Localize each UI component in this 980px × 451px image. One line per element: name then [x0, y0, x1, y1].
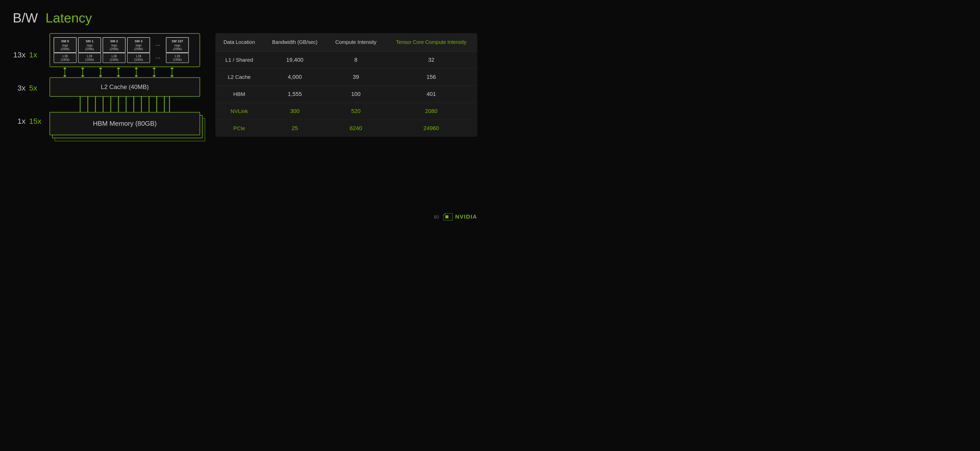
- l1-row: L1$(192k) L1$(192k) L1$(192k) L1$(192k) …: [54, 53, 196, 63]
- nvidia-text: NVIDIA: [455, 213, 477, 220]
- td-hbm-compute: 100: [327, 86, 385, 103]
- diagram-section: 13x 1x 3x 5x 1x 15x: [13, 33, 200, 143]
- connectors-svg: [75, 97, 175, 112]
- td-nvlink-tensor: 2080: [385, 103, 477, 120]
- sm-cell-0: SM 0 regs(256k): [54, 37, 76, 53]
- hbm-container: HBM Memory (80GB): [49, 112, 200, 135]
- page-number: 80: [434, 214, 439, 220]
- table-row-l1: L1 / Shared 19,400 8 32: [215, 52, 477, 68]
- table-section: Data Location Bandwidth (GB/sec) Compute…: [215, 33, 477, 137]
- header: B/W Latency: [13, 10, 477, 25]
- td-hbm-location: HBM: [215, 86, 263, 103]
- label-pair-2: 1x 15x: [13, 117, 42, 125]
- td-l2-compute: 39: [327, 68, 385, 86]
- data-table: Data Location Bandwidth (GB/sec) Compute…: [215, 33, 477, 137]
- td-l1-tensor: 32: [385, 52, 477, 68]
- sm-dots-regs: ···: [151, 37, 164, 53]
- sm3-regs: regs(256k): [129, 44, 148, 51]
- arrows-svg: [55, 68, 195, 77]
- table-row-pcie: PCIe 25 6240 24960: [215, 120, 477, 137]
- sm-dots-l1: ···: [151, 53, 164, 63]
- table-header-row: Data Location Bandwidth (GB/sec) Compute…: [215, 33, 477, 52]
- sm-outer: SM 0 regs(256k) SM 1 regs(256k) SM 2 reg…: [49, 33, 200, 67]
- latency-label: Latency: [45, 10, 92, 25]
- td-hbm-tensor: 401: [385, 86, 477, 103]
- regs-row: SM 0 regs(256k) SM 1 regs(256k) SM 2 reg…: [54, 37, 196, 53]
- lat-0: 1x: [29, 51, 42, 59]
- td-pcie-compute: 6240: [327, 120, 385, 137]
- left-labels: 13x 1x 3x 5x 1x 15x: [13, 33, 42, 143]
- th-compute: Compute Intensity: [327, 33, 385, 52]
- sm0-regs: regs(256k): [55, 44, 75, 51]
- td-pcie-tensor: 24960: [385, 120, 477, 137]
- th-tensor: Tensor Core Compute Intensity: [385, 33, 477, 52]
- nvidia-logo: NVIDIA: [443, 213, 477, 221]
- td-l1-location: L1 / Shared: [215, 52, 263, 68]
- l2-label: L2 Cache (40MB): [101, 83, 149, 90]
- td-nvlink-location: NVLink: [215, 103, 263, 120]
- th-location: Data Location: [215, 33, 263, 52]
- bw-label: B/W: [13, 10, 38, 25]
- main-content: 13x 1x 3x 5x 1x 15x: [13, 33, 477, 210]
- l1-cell-3: L1$(192k): [127, 53, 150, 63]
- th-bandwidth: Bandwidth (GB/sec): [263, 33, 327, 52]
- td-l2-bandwidth: 4,000: [263, 68, 327, 86]
- bw-0: 13x: [13, 51, 25, 59]
- page: B/W Latency 13x 1x 3x 5x 1x 15x: [0, 0, 490, 226]
- arrows-l1-l2: [49, 67, 200, 77]
- td-l2-tensor: 156: [385, 68, 477, 86]
- td-l1-compute: 8: [327, 52, 385, 68]
- hbm-label: HBM Memory (80GB): [93, 120, 157, 127]
- sm-cell-2: SM 2 regs(256k): [103, 37, 126, 53]
- td-l2-location: L2 Cache: [215, 68, 263, 86]
- table-row-l2: L2 Cache 4,000 39 156: [215, 68, 477, 86]
- l1-cell-2: L1$(192k): [103, 53, 126, 63]
- table-row-hbm: HBM 1,555 100 401: [215, 86, 477, 103]
- bw-2: 1x: [13, 117, 25, 125]
- hbm-box: HBM Memory (80GB): [49, 112, 200, 135]
- sm0-id: SM 0: [55, 39, 75, 43]
- sm-cell-1: SM 1 regs(256k): [78, 37, 101, 53]
- nvidia-icon: [443, 213, 452, 221]
- td-pcie-bandwidth: 25: [263, 120, 327, 137]
- sm2-regs: regs(256k): [104, 44, 124, 51]
- l2-hbm-connectors: [49, 97, 200, 112]
- l2-box: L2 Cache (40MB): [49, 77, 200, 97]
- sm-cell-3: SM 3 regs(256k): [127, 37, 150, 53]
- sm1-regs: regs(256k): [80, 44, 100, 51]
- l1-cell-1: L1$(192k): [78, 53, 101, 63]
- l1-cell-107: L1$(192k): [166, 53, 189, 63]
- lat-1: 5x: [29, 84, 42, 92]
- l1-cell-0: L1$(192k): [54, 53, 76, 63]
- td-l1-bandwidth: 19,400: [263, 52, 327, 68]
- sm1-id: SM 1: [80, 39, 100, 43]
- table-row-nvlink: NVLink 300 520 2080: [215, 103, 477, 120]
- td-nvlink-bandwidth: 300: [263, 103, 327, 120]
- sm3-id: SM 3: [129, 39, 148, 43]
- bw-1: 3x: [13, 84, 25, 92]
- label-pair-1: 3x 5x: [13, 84, 42, 92]
- gpu-diagram: SM 0 regs(256k) SM 1 regs(256k) SM 2 reg…: [49, 33, 200, 143]
- svg-rect-21: [445, 215, 449, 218]
- td-pcie-location: PCIe: [215, 120, 263, 137]
- sm-cell-107: SM 107 regs(256k): [166, 37, 189, 53]
- td-nvlink-compute: 520: [327, 103, 385, 120]
- lat-2: 15x: [29, 117, 42, 125]
- label-pair-0: 13x 1x: [13, 51, 42, 59]
- sm107-id: SM 107: [167, 39, 187, 43]
- sm107-regs: regs(256k): [167, 44, 187, 51]
- td-hbm-bandwidth: 1,555: [263, 86, 327, 103]
- sm2-id: SM 2: [104, 39, 124, 43]
